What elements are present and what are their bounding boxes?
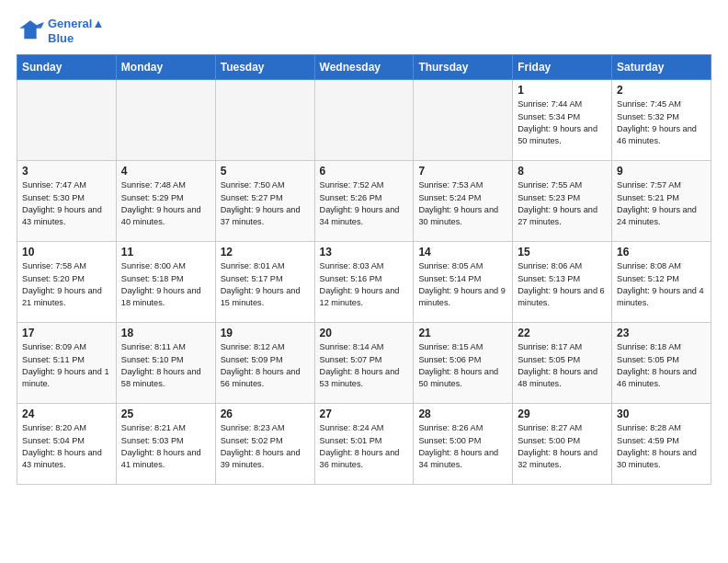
day-info: Sunrise: 7:52 AM Sunset: 5:26 PM Dayligh…: [320, 179, 409, 228]
day-number: 23: [617, 327, 706, 339]
day-number: 24: [22, 408, 111, 420]
header: General▲Blue: [17, 17, 711, 45]
day-info: Sunrise: 7:53 AM Sunset: 5:24 PM Dayligh…: [418, 179, 507, 228]
calendar-week-3: 10Sunrise: 7:58 AM Sunset: 5:20 PM Dayli…: [17, 242, 711, 323]
day-info: Sunrise: 8:14 AM Sunset: 5:07 PM Dayligh…: [320, 341, 409, 390]
calendar-cell: [314, 80, 414, 161]
calendar-cell: 27Sunrise: 8:24 AM Sunset: 5:01 PM Dayli…: [314, 404, 414, 485]
day-info: Sunrise: 8:11 AM Sunset: 5:10 PM Dayligh…: [121, 341, 210, 390]
weekday-header-monday: Monday: [116, 55, 215, 80]
day-number: 6: [320, 165, 409, 178]
day-number: 14: [418, 246, 507, 259]
day-info: Sunrise: 8:06 AM Sunset: 5:13 PM Dayligh…: [518, 260, 607, 309]
day-info: Sunrise: 8:03 AM Sunset: 5:16 PM Dayligh…: [320, 260, 409, 309]
day-info: Sunrise: 8:26 AM Sunset: 5:00 PM Dayligh…: [418, 422, 507, 471]
day-info: Sunrise: 7:47 AM Sunset: 5:30 PM Dayligh…: [22, 179, 111, 228]
calendar-cell: 2Sunrise: 7:45 AM Sunset: 5:32 PM Daylig…: [612, 80, 711, 161]
calendar-cell: 25Sunrise: 8:21 AM Sunset: 5:03 PM Dayli…: [116, 404, 215, 485]
calendar-cell: 5Sunrise: 7:50 AM Sunset: 5:27 PM Daylig…: [215, 161, 314, 242]
logo-icon: [17, 17, 44, 45]
calendar-cell: 10Sunrise: 7:58 AM Sunset: 5:20 PM Dayli…: [17, 242, 117, 323]
day-number: 20: [320, 327, 409, 339]
day-info: Sunrise: 8:28 AM Sunset: 4:59 PM Dayligh…: [617, 422, 706, 471]
day-number: 10: [22, 246, 111, 259]
calendar-cell: 3Sunrise: 7:47 AM Sunset: 5:30 PM Daylig…: [17, 161, 117, 242]
day-number: 13: [320, 246, 409, 259]
calendar-cell: 17Sunrise: 8:09 AM Sunset: 5:11 PM Dayli…: [17, 323, 117, 404]
day-info: Sunrise: 7:44 AM Sunset: 5:34 PM Dayligh…: [518, 98, 607, 147]
calendar-cell: 14Sunrise: 8:05 AM Sunset: 5:14 PM Dayli…: [414, 242, 513, 323]
calendar-cell: 16Sunrise: 8:08 AM Sunset: 5:12 PM Dayli…: [612, 242, 711, 323]
calendar-cell: 26Sunrise: 8:23 AM Sunset: 5:02 PM Dayli…: [215, 404, 314, 485]
calendar-cell: 4Sunrise: 7:48 AM Sunset: 5:29 PM Daylig…: [116, 161, 215, 242]
day-number: 28: [418, 408, 507, 420]
calendar-cell: 12Sunrise: 8:01 AM Sunset: 5:17 PM Dayli…: [215, 242, 314, 323]
calendar-cell: [215, 80, 314, 161]
calendar-cell: 11Sunrise: 8:00 AM Sunset: 5:18 PM Dayli…: [116, 242, 215, 323]
day-info: Sunrise: 8:05 AM Sunset: 5:14 PM Dayligh…: [418, 260, 507, 309]
day-info: Sunrise: 8:24 AM Sunset: 5:01 PM Dayligh…: [320, 422, 409, 471]
calendar-cell: [116, 80, 215, 161]
day-number: 5: [221, 165, 310, 178]
calendar-cell: 15Sunrise: 8:06 AM Sunset: 5:13 PM Dayli…: [513, 242, 612, 323]
calendar-cell: [17, 80, 117, 161]
day-info: Sunrise: 7:55 AM Sunset: 5:23 PM Dayligh…: [518, 179, 607, 228]
day-number: 12: [221, 246, 310, 259]
day-number: 29: [518, 408, 607, 420]
day-number: 26: [221, 408, 310, 420]
page: General▲Blue SundayMondayTuesdayWednesda…: [0, 0, 728, 494]
day-number: 16: [617, 246, 706, 259]
calendar-cell: 21Sunrise: 8:15 AM Sunset: 5:06 PM Dayli…: [414, 323, 513, 404]
day-number: 18: [121, 327, 210, 339]
calendar-table: SundayMondayTuesdayWednesdayThursdayFrid…: [17, 54, 711, 485]
day-number: 2: [617, 84, 706, 97]
day-info: Sunrise: 8:01 AM Sunset: 5:17 PM Dayligh…: [221, 260, 310, 309]
day-info: Sunrise: 7:57 AM Sunset: 5:21 PM Dayligh…: [617, 179, 706, 228]
day-info: Sunrise: 8:12 AM Sunset: 5:09 PM Dayligh…: [221, 341, 310, 390]
day-number: 30: [617, 408, 706, 420]
logo: General▲Blue: [17, 17, 104, 45]
calendar-cell: 8Sunrise: 7:55 AM Sunset: 5:23 PM Daylig…: [513, 161, 612, 242]
calendar-cell: 9Sunrise: 7:57 AM Sunset: 5:21 PM Daylig…: [612, 161, 711, 242]
calendar-cell: 7Sunrise: 7:53 AM Sunset: 5:24 PM Daylig…: [414, 161, 513, 242]
day-number: 22: [518, 327, 607, 339]
weekday-header-friday: Friday: [513, 55, 612, 80]
day-info: Sunrise: 8:09 AM Sunset: 5:11 PM Dayligh…: [22, 341, 111, 390]
weekday-header-sunday: Sunday: [17, 55, 117, 80]
day-number: 7: [418, 165, 507, 178]
day-info: Sunrise: 8:27 AM Sunset: 5:00 PM Dayligh…: [518, 422, 607, 471]
calendar-week-4: 17Sunrise: 8:09 AM Sunset: 5:11 PM Dayli…: [17, 323, 711, 404]
calendar-cell: 19Sunrise: 8:12 AM Sunset: 5:09 PM Dayli…: [215, 323, 314, 404]
day-number: 17: [22, 327, 111, 339]
day-info: Sunrise: 8:15 AM Sunset: 5:06 PM Dayligh…: [418, 341, 507, 390]
calendar-cell: 24Sunrise: 8:20 AM Sunset: 5:04 PM Dayli…: [17, 404, 117, 485]
weekday-header-tuesday: Tuesday: [215, 55, 314, 80]
calendar-cell: 22Sunrise: 8:17 AM Sunset: 5:05 PM Dayli…: [513, 323, 612, 404]
day-info: Sunrise: 8:00 AM Sunset: 5:18 PM Dayligh…: [121, 260, 210, 309]
day-number: 19: [221, 327, 310, 339]
calendar-week-5: 24Sunrise: 8:20 AM Sunset: 5:04 PM Dayli…: [17, 404, 711, 485]
day-number: 1: [518, 84, 607, 97]
day-info: Sunrise: 7:50 AM Sunset: 5:27 PM Dayligh…: [221, 179, 310, 228]
calendar-cell: 29Sunrise: 8:27 AM Sunset: 5:00 PM Dayli…: [513, 404, 612, 485]
weekday-header-thursday: Thursday: [414, 55, 513, 80]
weekday-header-row: SundayMondayTuesdayWednesdayThursdayFrid…: [17, 55, 711, 80]
day-number: 27: [320, 408, 409, 420]
calendar-week-2: 3Sunrise: 7:47 AM Sunset: 5:30 PM Daylig…: [17, 161, 711, 242]
calendar-cell: 30Sunrise: 8:28 AM Sunset: 4:59 PM Dayli…: [612, 404, 711, 485]
day-number: 8: [518, 165, 607, 178]
calendar-cell: 13Sunrise: 8:03 AM Sunset: 5:16 PM Dayli…: [314, 242, 414, 323]
calendar-cell: 28Sunrise: 8:26 AM Sunset: 5:00 PM Dayli…: [414, 404, 513, 485]
calendar-cell: 1Sunrise: 7:44 AM Sunset: 5:34 PM Daylig…: [513, 80, 612, 161]
day-info: Sunrise: 8:20 AM Sunset: 5:04 PM Dayligh…: [22, 422, 111, 471]
logo-text: General▲Blue: [48, 17, 104, 45]
day-number: 4: [121, 165, 210, 178]
day-number: 21: [418, 327, 507, 339]
day-number: 15: [518, 246, 607, 259]
day-number: 11: [121, 246, 210, 259]
day-info: Sunrise: 7:48 AM Sunset: 5:29 PM Dayligh…: [121, 179, 210, 228]
calendar-cell: 20Sunrise: 8:14 AM Sunset: 5:07 PM Dayli…: [314, 323, 414, 404]
day-info: Sunrise: 8:23 AM Sunset: 5:02 PM Dayligh…: [221, 422, 310, 471]
day-info: Sunrise: 7:45 AM Sunset: 5:32 PM Dayligh…: [617, 98, 706, 147]
day-number: 25: [121, 408, 210, 420]
